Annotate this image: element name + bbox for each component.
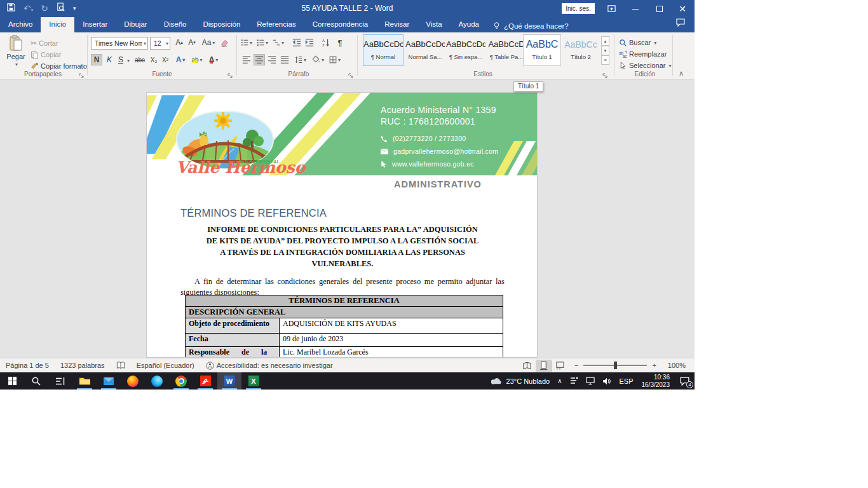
paragraph-dialog-launcher-icon[interactable] (348, 70, 355, 77)
decrease-indent-icon[interactable] (291, 37, 302, 48)
start-button[interactable] (0, 372, 24, 390)
paste-button[interactable]: Pegar▾ (5, 35, 27, 68)
highlight-color-icon[interactable]: ab▾ (191, 54, 203, 65)
copy-button[interactable]: Copiar (31, 48, 61, 61)
close-button[interactable]: ✕ (670, 0, 695, 17)
style-titulo-1[interactable]: AaBbC Título 1 (524, 35, 560, 65)
doc-heading[interactable]: TÉRMINOS DE REFERENCIA (180, 207, 327, 219)
tab-disposicion[interactable]: Disposición (194, 17, 248, 32)
style-sin-espaciado[interactable]: AaBbCcDc ¶ Sin espa... (446, 35, 485, 65)
shrink-font-icon[interactable]: A▾ (186, 37, 198, 48)
keyboard-language[interactable]: ESP (615, 372, 637, 390)
find-button[interactable]: Buscar▾ (619, 36, 656, 49)
text-effects-icon[interactable]: A▾ (175, 54, 186, 65)
subscript-button[interactable]: X₂ (148, 54, 159, 65)
styles-more-icon[interactable]: ≡ (601, 55, 609, 65)
task-view-icon[interactable] (48, 372, 72, 390)
zoom-out-icon[interactable]: − (574, 362, 578, 369)
collapse-ribbon-icon[interactable]: ∧ (679, 67, 684, 79)
increase-indent-icon[interactable] (304, 37, 315, 48)
tell-me-box[interactable]: ¿Qué desea hacer? (487, 22, 574, 32)
taskbar-mail-icon[interactable] (97, 372, 121, 390)
minimize-button[interactable]: ─ (623, 0, 648, 17)
grow-font-icon[interactable]: A▴ (173, 37, 185, 48)
document-page[interactable]: GAD PARROQUIAL Valle Hermoso Acuerdo Min… (146, 92, 538, 358)
maximize-button[interactable] (648, 0, 672, 17)
cell-value[interactable]: 09 de junio de 2023 (280, 334, 503, 347)
zoom-in-icon[interactable]: + (652, 362, 656, 369)
table-header[interactable]: TÉRMINOS DE REFERENCIA (186, 295, 503, 307)
cell-value[interactable]: Lic. Maribel Lozada Garcés Auxiliar de C… (280, 347, 503, 358)
comments-icon[interactable] (667, 17, 695, 32)
tab-insertar[interactable]: Insertar (74, 17, 116, 32)
proofing-icon[interactable] (111, 358, 131, 372)
doc-title-paragraph[interactable]: INFORME DE CONDICIONES PARTICULARES PARA… (172, 224, 513, 269)
shading-icon[interactable]: ▾ (313, 54, 324, 65)
sign-in-button[interactable]: Inic. ses. (562, 3, 595, 14)
tab-correspondencia[interactable]: Correspondencia (304, 17, 377, 32)
replace-button[interactable]: Reemplazar (619, 48, 667, 60)
tab-diseno[interactable]: Diseño (156, 17, 195, 32)
tray-app-icon[interactable] (566, 372, 582, 390)
font-size-combo[interactable]: 12▾ (150, 37, 170, 50)
tab-archivo[interactable]: Archivo (0, 17, 41, 32)
styles-scroll-up-icon[interactable]: ▴ (601, 36, 609, 46)
taskbar-firefox-icon[interactable] (121, 372, 145, 390)
zoom-slider[interactable] (583, 365, 647, 366)
tab-ayuda[interactable]: Ayuda (451, 17, 487, 32)
terms-table[interactable]: TÉRMINOS DE REFERENCIA DESCRIPCIÓN GENER… (185, 295, 503, 358)
clock[interactable]: 10:36 16/3/2023 (637, 374, 675, 389)
table-section[interactable]: DESCRIPCIÓN GENERAL (186, 307, 503, 318)
accessibility-status[interactable]: Accesibilidad: es necesario investigar (200, 358, 339, 372)
sort-icon[interactable] (320, 37, 332, 48)
word-count[interactable]: 1323 palabras (55, 358, 111, 372)
cell-label[interactable]: Objeto de procedimiento (186, 318, 280, 334)
read-mode-icon[interactable] (519, 360, 536, 372)
underline-dropdown-icon[interactable]: ▾ (127, 58, 130, 64)
tab-vista[interactable]: Vista (417, 17, 450, 32)
zoom-slider-thumb[interactable] (614, 362, 617, 369)
taskbar-excel-icon[interactable]: X (241, 372, 266, 390)
tab-inicio[interactable]: Inicio (41, 17, 74, 32)
underline-button[interactable]: S (115, 54, 126, 65)
clipboard-dialog-launcher-icon[interactable] (79, 70, 86, 77)
bullets-icon[interactable]: ▾ (241, 37, 252, 48)
taskbar-acrobat-icon[interactable] (193, 372, 217, 390)
clear-formatting-icon[interactable] (219, 37, 230, 48)
tab-revisar[interactable]: Revisar (376, 17, 417, 32)
print-layout-icon[interactable] (536, 360, 552, 372)
justify-icon[interactable] (279, 54, 290, 65)
align-right-icon[interactable] (266, 54, 278, 65)
taskbar-edge-icon[interactable] (145, 372, 169, 390)
volume-icon[interactable] (599, 372, 615, 390)
tab-dibujar[interactable]: Dibujar (116, 17, 155, 32)
show-marks-icon[interactable]: ¶ (334, 37, 346, 48)
align-center-icon[interactable] (254, 54, 265, 65)
network-icon[interactable] (582, 372, 599, 390)
tray-chevron-up-icon[interactable]: ∧ (553, 372, 566, 390)
numbering-icon[interactable]: ▾ (257, 37, 268, 48)
cut-button[interactable]: ✂ Cortar (31, 37, 58, 50)
font-color-icon[interactable]: A▾ (208, 54, 219, 65)
weather-widget[interactable]: 23°C Nublado (487, 372, 554, 390)
page-indicator[interactable]: Página 1 de 5 (0, 358, 55, 372)
cell-value[interactable]: ADQUISICIÓN DE KITS AYUDAS (280, 318, 503, 334)
notification-center-icon[interactable]: 4 (674, 372, 695, 390)
cell-label[interactable]: Fecha (186, 334, 280, 347)
cell-label[interactable]: Responsable de la Dirección Requirente (186, 347, 280, 358)
taskbar-word-icon[interactable]: W (217, 372, 241, 390)
change-case-icon[interactable]: Aa▾ (200, 37, 217, 48)
search-icon[interactable] (24, 372, 48, 390)
ribbon-display-options-icon[interactable] (599, 0, 623, 17)
font-name-combo[interactable]: Times New Roma▾ (91, 37, 148, 50)
align-left-icon[interactable] (241, 54, 252, 65)
tab-referencias[interactable]: Referencias (248, 17, 304, 32)
web-layout-icon[interactable] (552, 360, 569, 372)
language-indicator[interactable]: Español (Ecuador) (131, 358, 200, 372)
strikethrough-button[interactable]: abc (132, 54, 147, 65)
zoom-level[interactable]: 100% (662, 358, 695, 372)
borders-icon[interactable]: ▾ (329, 54, 341, 65)
style-titulo-2[interactable]: AaBbCc Título 2 (563, 35, 599, 65)
bold-button[interactable]: N (91, 54, 102, 65)
select-button[interactable]: Seleccionar▾ (619, 59, 672, 72)
